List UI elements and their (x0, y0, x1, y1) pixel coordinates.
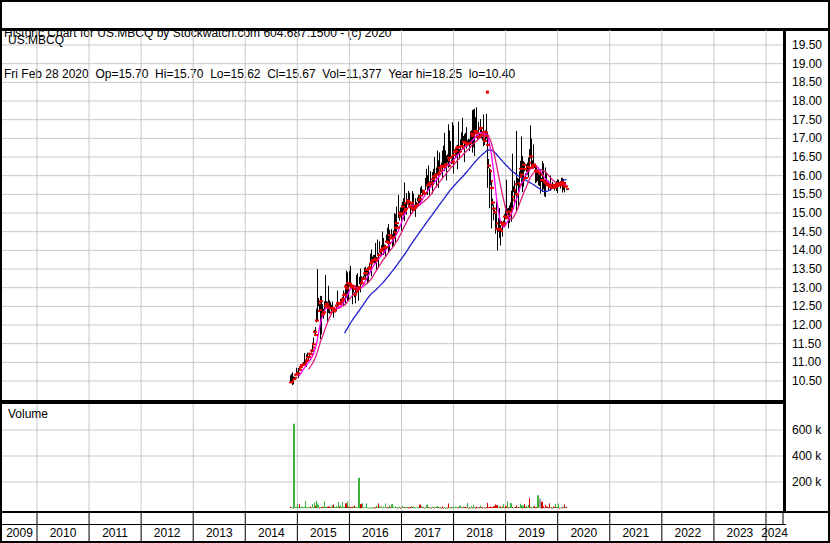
price-axis-label: 17.00 (792, 132, 828, 144)
stockwatch-historic-chart-window: Historic Chart for US:MBCQ by Stockwatch… (0, 0, 830, 543)
price-axis-label: 17.50 (792, 114, 828, 126)
x-axis-year-label: 2013 (197, 526, 241, 540)
price-axis-label: 15.00 (792, 207, 828, 219)
x-axis-year-label: 2021 (614, 526, 658, 540)
price-axis-label: 19.50 (792, 39, 828, 51)
x-axis-year-label: 2022 (666, 526, 710, 540)
volume-pane-label: Volume (8, 407, 48, 421)
x-axis-year-label: 2015 (301, 526, 345, 540)
price-axis-label: 13.00 (792, 282, 828, 294)
price-axis-label: 10.50 (792, 375, 828, 387)
volume-axis-label: 600 k (792, 424, 828, 436)
price-axis-label: 18.50 (792, 76, 828, 88)
x-axis-year-label: 2019 (510, 526, 554, 540)
volume-axis-label: 200 k (792, 476, 828, 488)
price-axis-label: 19.00 (792, 58, 828, 70)
price-axis-label: 12.50 (792, 300, 828, 312)
price-axis-label: 14.00 (792, 244, 828, 256)
x-axis-year-label: 2009 (0, 526, 42, 540)
x-axis-year-label: 2016 (353, 526, 397, 540)
price-volume-chart-canvas (0, 0, 830, 543)
x-axis-year-label: 2017 (406, 526, 450, 540)
x-axis-year-label: 2011 (93, 526, 137, 540)
price-axis-label: 11.00 (792, 356, 828, 368)
x-axis-year-label: 2018 (458, 526, 502, 540)
x-axis-year-label: 2010 (41, 526, 85, 540)
x-axis-year-label: 2012 (145, 526, 189, 540)
price-axis-label: 12.00 (792, 319, 828, 331)
price-axis-label: 16.50 (792, 151, 828, 163)
volume-axis-label: 400 k (792, 450, 828, 462)
price-axis-label: 15.50 (792, 188, 828, 200)
symbol-label: US:MBCQ (8, 33, 64, 47)
x-axis-year-label: 2014 (249, 526, 293, 540)
price-axis-label: 18.00 (792, 95, 828, 107)
x-axis-year-label: 2020 (562, 526, 606, 540)
x-axis-year-label: 2024 (752, 526, 796, 540)
price-axis-label: 16.00 (792, 170, 828, 182)
price-axis-label: 11.50 (792, 338, 828, 350)
price-axis-label: 13.50 (792, 263, 828, 275)
price-axis-label: 14.50 (792, 226, 828, 238)
